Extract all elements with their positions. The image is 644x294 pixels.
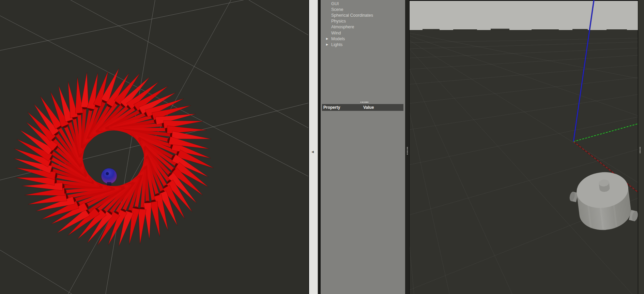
tree-item-label: Models [331, 36, 345, 41]
left-splitter[interactable]: ◀ [308, 0, 321, 294]
tree-item-scene[interactable]: Scene [321, 6, 405, 12]
left-scene-canvas [0, 0, 308, 294]
collapse-left-icon[interactable]: ◀ [311, 150, 314, 153]
sky [410, 0, 638, 30]
tree-item-wind[interactable]: Wind [321, 30, 405, 36]
world-tree: GUISceneSpherical CoordinatesPhysicsAtmo… [321, 1, 405, 48]
property-table-header: Property Value [322, 104, 403, 111]
tree-item-gui[interactable]: GUI [321, 1, 405, 6]
tree-item-lights[interactable]: ▶Lights [321, 42, 405, 47]
property-column-header[interactable]: Property [323, 105, 363, 110]
sphere-bottom-notch [107, 182, 111, 186]
tree-item-label: Scene [331, 7, 343, 12]
world-panel: GUISceneSpherical CoordinatesPhysicsAtmo… [321, 0, 405, 294]
tree-item-label: Lights [331, 42, 342, 47]
tree-item-label: Physics [331, 19, 346, 24]
left-3d-viewport[interactable] [0, 0, 308, 294]
branch-closed-icon[interactable]: ▶ [326, 43, 331, 46]
left-splitter-bar[interactable] [309, 0, 318, 294]
ground-plane [410, 30, 638, 294]
tree-item-label: Wind [331, 31, 341, 35]
wind-arrow-heads [14, 68, 214, 246]
right-edge-splitter-handle[interactable] [640, 147, 641, 154]
tree-item-label: GUI [331, 1, 339, 6]
center-right-splitter[interactable] [405, 0, 410, 294]
value-column-header[interactable]: Value [363, 105, 374, 110]
tree-item-label: Atmosphere [331, 25, 354, 29]
tree-item-physics[interactable]: Physics [321, 18, 405, 24]
center-right-splitter-handle[interactable] [407, 147, 408, 155]
sphere-dark-dot [106, 172, 109, 175]
sphere-model[interactable] [101, 168, 117, 186]
top-border [410, 0, 638, 1]
gazebo-window: ◀ GUISceneSpherical CoordinatesPhysicsAt… [0, 0, 644, 294]
tree-item-spherical-coordinates[interactable]: Spherical Coordinates [321, 12, 405, 18]
right-3d-viewport[interactable] [410, 0, 638, 294]
property-splitter-handle[interactable] [361, 102, 369, 103]
branch-closed-icon[interactable]: ▶ [326, 37, 331, 40]
right-scene-canvas [410, 0, 638, 294]
tree-item-models[interactable]: ▶Models [321, 36, 405, 42]
right-edge-splitter[interactable] [638, 0, 644, 294]
tree-item-atmosphere[interactable]: Atmosphere [321, 24, 405, 30]
tree-item-label: Spherical Coordinates [331, 13, 373, 18]
